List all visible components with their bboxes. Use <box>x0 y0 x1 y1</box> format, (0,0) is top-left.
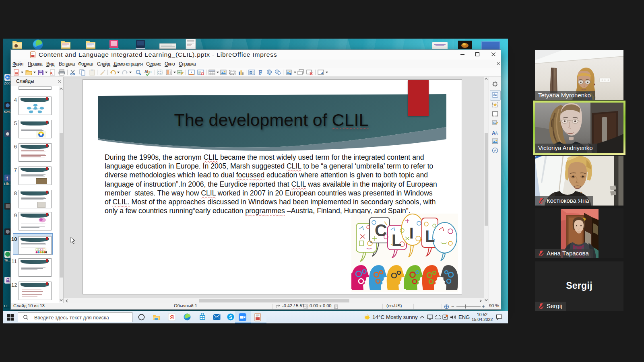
svg-text:L: L <box>425 227 435 245</box>
svg-text:P.: P. <box>50 72 53 75</box>
svg-text:A: A <box>495 131 498 136</box>
svg-text:I: I <box>409 225 414 242</box>
svg-text:Я: Я <box>170 314 174 320</box>
svg-text:Abc: Abc <box>144 70 151 74</box>
svg-text:F: F <box>259 70 262 76</box>
svg-text:f: f <box>6 175 8 181</box>
svg-text:C: C <box>375 221 387 240</box>
svg-text:A: A <box>250 71 252 74</box>
svg-text:d: d <box>139 73 140 76</box>
svg-text:L: L <box>392 231 401 249</box>
svg-text:c: c <box>269 72 271 76</box>
svg-text:S: S <box>229 315 232 320</box>
